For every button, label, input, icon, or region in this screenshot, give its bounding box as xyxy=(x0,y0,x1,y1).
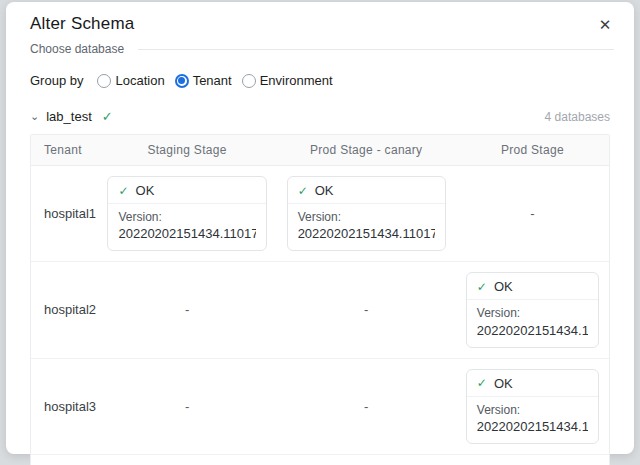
check-icon: ✓ xyxy=(118,184,128,198)
empty-value: - xyxy=(364,399,368,414)
version-label: Version: xyxy=(118,209,255,226)
check-icon: ✓ xyxy=(477,376,487,390)
prod-canary-cell: - xyxy=(277,262,456,358)
tenant-name: hospital4 xyxy=(31,455,97,465)
version-value: 20220202151434.11017 xyxy=(298,226,435,243)
staging-cell: - xyxy=(97,359,276,455)
schema-status-table: Tenant Staging Stage Prod Stage - canary… xyxy=(30,134,610,465)
tenant-name: hospital3 xyxy=(31,359,97,455)
dialog-header: Alter Schema ✕ Choose database xyxy=(6,2,634,56)
staging-cell: ✓ OK Version: 20220202151434.11017 xyxy=(97,166,276,262)
group-by-label: Group by xyxy=(30,73,83,88)
alter-schema-dialog: Alter Schema ✕ Choose database Group by … xyxy=(6,2,634,454)
page-title: Alter Schema xyxy=(30,14,614,34)
status-card: ✓ OK Version: 20220202151434.11017 xyxy=(466,369,599,444)
status-badge: OK xyxy=(315,183,334,198)
radio-location-label: Location xyxy=(115,73,164,88)
prod-canary-cell: ✓ OK Version: 20220202151434.11017 xyxy=(277,166,456,262)
column-header-prod-canary: Prod Stage - canary xyxy=(277,135,456,166)
prod-cell: ✓ OK Version: 20220202151434.11017 xyxy=(456,262,609,358)
chevron-down-icon[interactable]: ⌄ xyxy=(30,110,39,123)
radio-environment-label: Environment xyxy=(260,73,333,88)
prod-cell: ✓ OK Version: 20220202151434.11017 xyxy=(456,359,609,455)
dialog-subtitle-row: Choose database xyxy=(30,42,614,56)
database-group-name: lab_test xyxy=(46,109,92,124)
version-value: 20220202151434.11017 xyxy=(118,226,255,243)
status-badge: OK xyxy=(494,279,513,294)
tenant-name: hospital2 xyxy=(31,262,97,358)
radio-environment-circle xyxy=(242,74,256,88)
tenant-name: hospital1 xyxy=(31,166,97,262)
prod-cell: - xyxy=(456,166,609,262)
staging-cell: - xyxy=(97,455,276,465)
radio-tenant-label: Tenant xyxy=(193,73,232,88)
group-by-row: Group by Location Tenant Environment xyxy=(30,73,610,88)
table-row: hospital1 ✓ OK Version: 20220202151434.1… xyxy=(31,166,609,262)
radio-location[interactable]: Location xyxy=(97,73,164,88)
database-group-check-icon: ✓ xyxy=(102,109,113,124)
radio-tenant[interactable]: Tenant xyxy=(175,73,232,88)
prod-cell: - xyxy=(456,455,609,465)
table-row: hospital3 - - ✓ OK Version: 202202021514… xyxy=(31,359,609,455)
table-row: hospital4 - - - xyxy=(31,455,609,465)
status-badge: OK xyxy=(136,183,155,198)
empty-value: - xyxy=(530,206,534,221)
check-icon: ✓ xyxy=(477,280,487,294)
dialog-body: Group by Location Tenant Environment ⌄ l… xyxy=(6,56,634,465)
empty-value: - xyxy=(185,302,189,317)
radio-tenant-circle xyxy=(175,74,189,88)
status-card: ✓ OK Version: 20220202151434.11017 xyxy=(287,176,446,251)
dialog-subtitle: Choose database xyxy=(30,42,124,56)
database-count-label: 4 databases xyxy=(545,110,610,124)
column-header-prod: Prod Stage xyxy=(456,135,609,166)
radio-location-circle xyxy=(97,74,111,88)
column-header-tenant: Tenant xyxy=(31,135,97,166)
version-label: Version: xyxy=(477,305,588,322)
check-icon: ✓ xyxy=(298,184,308,198)
prod-canary-cell: - xyxy=(277,455,456,465)
database-group-toggle[interactable]: ⌄ lab_test ✓ xyxy=(30,109,113,124)
status-card: ✓ OK Version: 20220202151434.11017 xyxy=(107,176,266,251)
version-label: Version: xyxy=(298,209,435,226)
version-label: Version: xyxy=(477,402,588,419)
version-value: 20220202151434.11017 xyxy=(477,419,588,436)
empty-value: - xyxy=(185,399,189,414)
version-value: 20220202151434.11017 xyxy=(477,323,588,340)
table-header-row: Tenant Staging Stage Prod Stage - canary… xyxy=(31,135,609,166)
subtitle-divider xyxy=(138,49,614,50)
close-icon[interactable]: ✕ xyxy=(592,12,618,38)
database-group-row: ⌄ lab_test ✓ 4 databases xyxy=(30,109,610,124)
status-badge: OK xyxy=(494,376,513,391)
status-card: ✓ OK Version: 20220202151434.11017 xyxy=(466,272,599,347)
staging-cell: - xyxy=(97,262,276,358)
empty-value: - xyxy=(364,302,368,317)
table-row: hospital2 - - ✓ OK Version: 202202021514… xyxy=(31,262,609,358)
column-header-staging: Staging Stage xyxy=(97,135,276,166)
prod-canary-cell: - xyxy=(277,359,456,455)
radio-environment[interactable]: Environment xyxy=(242,73,333,88)
